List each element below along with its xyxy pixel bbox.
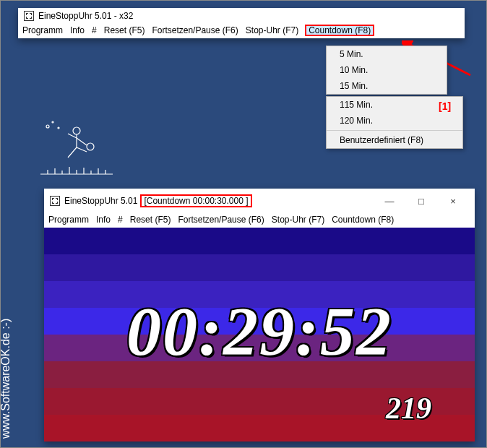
countdown-milliseconds: 219 bbox=[386, 391, 431, 426]
menu-info[interactable]: Info bbox=[70, 25, 85, 35]
menubar: Programm Info # Reset (F5) Fortsetzen/Pa… bbox=[44, 213, 475, 228]
dropdown-item-120min[interactable]: 120 Min. bbox=[327, 113, 462, 129]
dropdown-item-custom[interactable]: Benutzerdefiniert (F8) bbox=[327, 132, 462, 148]
annotation-callout-1: [1] bbox=[439, 100, 451, 112]
window-title: EineStoppUhr 5.01 - x32 bbox=[38, 11, 133, 21]
watermark-text: www.SoftwareOK.de :-) bbox=[0, 319, 12, 439]
menu-reset[interactable]: Reset (F5) bbox=[130, 215, 171, 225]
svg-point-2 bbox=[46, 125, 49, 128]
menu-info[interactable]: Info bbox=[96, 215, 111, 225]
desktop-doodle bbox=[37, 116, 116, 181]
menu-stop[interactable]: Stop-Uhr (F7) bbox=[272, 215, 324, 225]
minimize-button[interactable]: — bbox=[374, 191, 405, 210]
menu-countdown[interactable]: Countdown (F8) bbox=[332, 215, 394, 225]
dropdown-item-15min[interactable]: 15 Min. bbox=[327, 78, 447, 94]
titlebar[interactable]: EineStoppUhr 5.01 [Countdown 00:00:30.00… bbox=[44, 189, 475, 213]
menu-countdown[interactable]: Countdown (F8) bbox=[306, 25, 374, 35]
bg-stripe bbox=[44, 228, 475, 254]
menu-reset[interactable]: Reset (F5) bbox=[104, 25, 145, 35]
window-title-state: [Countdown 00:00:30.000 ] bbox=[142, 196, 250, 206]
menu-hash[interactable]: # bbox=[118, 215, 123, 225]
svg-point-0 bbox=[73, 127, 80, 134]
dropdown-separator bbox=[327, 130, 462, 131]
dropdown-item-5min[interactable]: 5 Min. bbox=[327, 46, 447, 62]
svg-point-1 bbox=[87, 143, 94, 150]
bg-stripe bbox=[44, 254, 475, 281]
window-countdown: EineStoppUhr 5.01 [Countdown 00:00:30.00… bbox=[44, 189, 475, 441]
window-title-app: EineStoppUhr 5.01 bbox=[64, 196, 137, 206]
app-icon bbox=[50, 196, 60, 206]
countdown-dropdown-top: 5 Min. 10 Min. 15 Min. bbox=[326, 46, 447, 95]
close-button[interactable]: × bbox=[437, 191, 469, 210]
menu-stop[interactable]: Stop-Uhr (F7) bbox=[246, 25, 298, 35]
window-buttons: — □ × bbox=[374, 191, 469, 210]
menu-programm[interactable]: Programm bbox=[22, 25, 63, 35]
countdown-canvas: 00:29:52 219 bbox=[44, 228, 475, 441]
menu-hash[interactable]: # bbox=[92, 25, 97, 35]
menu-resume-pause[interactable]: Fortsetzen/Pause (F6) bbox=[152, 25, 238, 35]
svg-point-4 bbox=[58, 127, 59, 129]
app-icon bbox=[24, 11, 34, 21]
menu-resume-pause[interactable]: Fortsetzen/Pause (F6) bbox=[178, 215, 264, 225]
titlebar[interactable]: EineStoppUhr 5.01 - x32 bbox=[18, 8, 465, 24]
menu-programm[interactable]: Programm bbox=[48, 215, 89, 225]
svg-point-3 bbox=[52, 121, 53, 123]
countdown-time: 00:29:52 bbox=[44, 291, 475, 371]
window-menu-demo: EineStoppUhr 5.01 - x32 Programm Info # … bbox=[18, 8, 465, 38]
dropdown-item-10min[interactable]: 10 Min. bbox=[327, 62, 447, 78]
menubar: Programm Info # Reset (F5) Fortsetzen/Pa… bbox=[18, 24, 465, 38]
maximize-button[interactable]: □ bbox=[405, 191, 437, 210]
